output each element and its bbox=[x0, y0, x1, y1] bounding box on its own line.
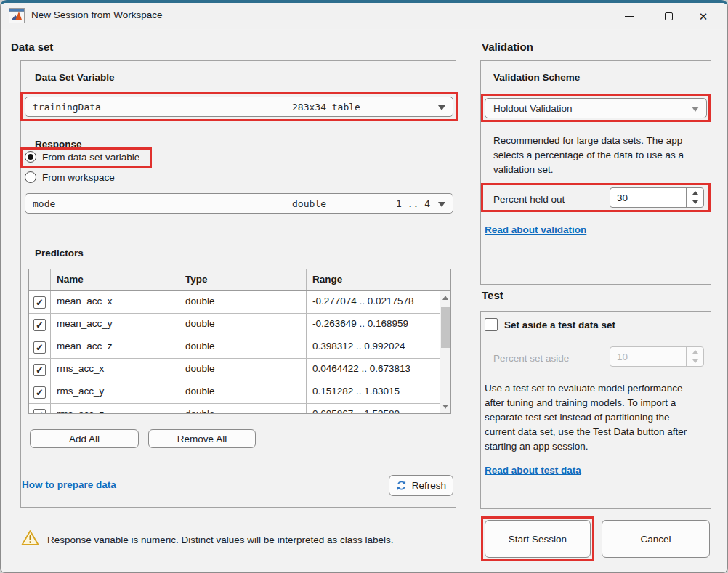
cell-range: -0.263649 .. 0.168959 bbox=[307, 314, 440, 336]
radio-unselected-icon bbox=[25, 171, 36, 183]
header-type: Type bbox=[179, 269, 307, 290]
cell-type: double bbox=[179, 336, 307, 358]
close-button[interactable]: ✕ bbox=[687, 3, 720, 29]
radio-from-workspace-label: From workspace bbox=[42, 172, 115, 183]
refresh-button[interactable]: Refresh bbox=[389, 475, 453, 496]
set-aside-test-label: Set aside a test data set bbox=[504, 320, 615, 330]
check-icon: ✓ bbox=[36, 297, 44, 308]
validation-scheme-label: Validation Scheme bbox=[493, 72, 580, 83]
read-about-test-data-link[interactable]: Read about test data bbox=[485, 465, 581, 476]
response-variable-dropdown[interactable]: mode double 1 .. 4 bbox=[25, 193, 453, 214]
cell-name: rms_acc_z bbox=[51, 404, 179, 413]
checkbox-unchecked-icon[interactable] bbox=[485, 318, 498, 331]
dropdown-value-info: 283x34 table bbox=[292, 102, 360, 113]
percent-set-aside-input bbox=[610, 347, 686, 366]
dataset-section-title: Data set bbox=[11, 41, 53, 53]
chevron-down-icon bbox=[692, 107, 699, 112]
radio-from-dataset-label: From data set variable bbox=[42, 152, 139, 163]
table-row[interactable]: ✓ mean_acc_y double -0.263649 .. 0.16895… bbox=[29, 314, 440, 336]
remove-all-label: Remove All bbox=[177, 434, 227, 444]
predictors-table: Name Type Range ✓ mean_acc_x double -0.2… bbox=[28, 269, 451, 414]
cell-name: mean_acc_x bbox=[51, 291, 179, 313]
read-about-validation-link[interactable]: Read about validation bbox=[485, 224, 586, 235]
percent-held-out-label: Percent held out bbox=[493, 192, 565, 207]
radio-from-dataset-variable[interactable]: From data set variable bbox=[25, 151, 139, 163]
validation-scheme-dropdown[interactable]: Holdout Validation bbox=[485, 98, 707, 118]
cell-name: rms_acc_y bbox=[51, 381, 179, 403]
close-icon: ✕ bbox=[699, 11, 708, 22]
spin-down-icon bbox=[692, 359, 698, 363]
header-checkbox-column bbox=[29, 269, 51, 290]
row-checkbox[interactable]: ✓ bbox=[33, 319, 46, 331]
data-set-variable-label: Data Set Variable bbox=[35, 72, 115, 83]
test-description: Use a test set to evaluate model perform… bbox=[485, 381, 703, 454]
cell-name: rms_acc_x bbox=[51, 359, 179, 381]
percent-set-aside-spinner bbox=[610, 346, 704, 367]
set-aside-test-checkbox-row[interactable]: Set aside a test data set bbox=[485, 318, 615, 331]
dropdown-value: Holdout Validation bbox=[493, 103, 573, 114]
spin-down-button[interactable] bbox=[687, 198, 703, 208]
table-row[interactable]: ✓ rms_acc_z double 0.605867 .. 1.53589 bbox=[29, 404, 440, 413]
cell-type: double bbox=[179, 381, 307, 403]
minimize-button[interactable] bbox=[612, 3, 646, 29]
spin-down-icon bbox=[692, 200, 698, 204]
table-row[interactable]: ✓ mean_acc_z double 0.398312 .. 0.992024 bbox=[29, 336, 440, 359]
validation-description: Recommended for large data sets. The app… bbox=[493, 134, 701, 177]
row-checkbox[interactable]: ✓ bbox=[33, 296, 46, 309]
spin-up-icon bbox=[692, 191, 698, 195]
percent-held-out-spinner bbox=[610, 187, 704, 208]
cancel-button[interactable]: Cancel bbox=[602, 520, 710, 558]
cell-range: 0.0464422 .. 0.673813 bbox=[307, 359, 440, 381]
chevron-down-icon bbox=[438, 202, 445, 207]
scrollbar-thumb[interactable] bbox=[441, 307, 450, 348]
row-checkbox[interactable]: ✓ bbox=[33, 386, 46, 399]
check-icon: ✓ bbox=[36, 342, 44, 353]
predictors-label: Predictors bbox=[35, 248, 84, 259]
start-session-label: Start Session bbox=[509, 534, 567, 545]
maximize-icon bbox=[665, 12, 673, 20]
header-name: Name bbox=[51, 269, 179, 290]
new-session-dialog: New Session from Workspace ✕ Data set Da… bbox=[0, 0, 728, 573]
cell-range: -0.277074 .. 0.0217578 bbox=[307, 291, 440, 313]
spin-up-icon bbox=[692, 350, 698, 354]
matlab-app-icon bbox=[9, 8, 25, 23]
cell-type: double bbox=[179, 314, 307, 336]
add-all-button[interactable]: Add All bbox=[30, 429, 139, 448]
table-row[interactable]: ✓ rms_acc_x double 0.0464422 .. 0.673813 bbox=[29, 359, 440, 381]
table-scrollbar[interactable] bbox=[440, 291, 450, 413]
cell-type: double bbox=[179, 359, 307, 381]
dropdown-value-type: double bbox=[292, 198, 326, 209]
spin-up-button bbox=[687, 347, 703, 357]
percent-set-aside-label: Percent set aside bbox=[493, 351, 569, 366]
table-header-row: Name Type Range bbox=[29, 269, 450, 291]
cell-range: 0.398312 .. 0.992024 bbox=[307, 336, 440, 358]
row-checkbox[interactable]: ✓ bbox=[33, 364, 46, 376]
row-checkbox[interactable]: ✓ bbox=[33, 409, 46, 414]
test-section-title: Test bbox=[482, 289, 503, 301]
warning-icon bbox=[21, 529, 39, 546]
how-to-prepare-data-link[interactable]: How to prepare data bbox=[22, 479, 116, 490]
cell-type: double bbox=[179, 291, 307, 313]
remove-all-button[interactable]: Remove All bbox=[148, 429, 256, 448]
percent-held-out-input[interactable] bbox=[610, 188, 686, 207]
minimize-icon bbox=[625, 16, 634, 17]
validation-section-title: Validation bbox=[482, 41, 533, 53]
maximize-button[interactable] bbox=[652, 3, 685, 29]
radio-from-workspace[interactable]: From workspace bbox=[25, 171, 115, 183]
scroll-up-icon[interactable] bbox=[442, 296, 448, 300]
row-checkbox[interactable]: ✓ bbox=[33, 341, 46, 354]
add-all-label: Add All bbox=[69, 434, 100, 444]
dropdown-value-name: mode bbox=[33, 198, 55, 209]
table-row[interactable]: ✓ rms_acc_y double 0.151282 .. 1.83015 bbox=[29, 381, 440, 404]
data-set-variable-dropdown[interactable]: trainingData 283x34 table bbox=[25, 97, 453, 117]
radio-selected-icon bbox=[25, 151, 36, 163]
response-label: Response bbox=[35, 139, 82, 150]
check-icon: ✓ bbox=[36, 320, 44, 330]
refresh-label: Refresh bbox=[412, 480, 446, 491]
spin-up-button[interactable] bbox=[687, 188, 703, 198]
window-title: New Session from Workspace bbox=[31, 9, 163, 20]
table-row[interactable]: ✓ mean_acc_x double -0.277074 .. 0.02175… bbox=[29, 291, 440, 314]
scroll-down-icon[interactable] bbox=[442, 405, 448, 409]
spin-down-button bbox=[687, 357, 703, 367]
start-session-button[interactable]: Start Session bbox=[485, 520, 591, 558]
